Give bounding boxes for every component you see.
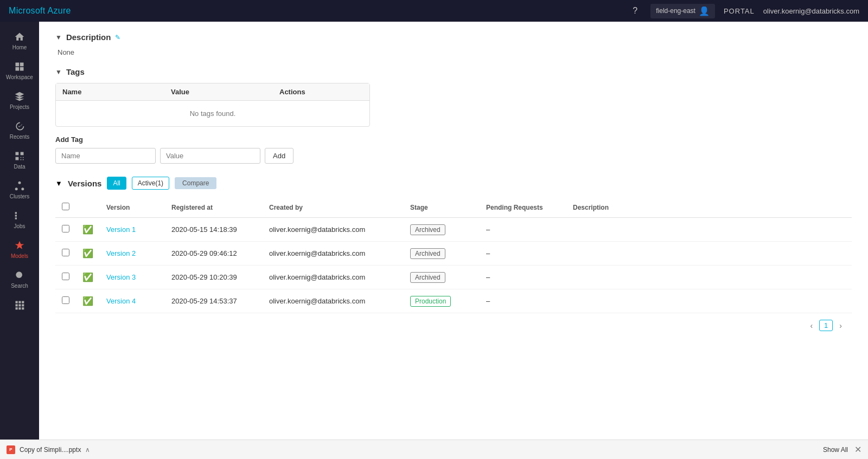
sidebar-item-label-data: Data [14, 164, 25, 170]
row-status-cell: ✅ [76, 242, 100, 266]
sidebar-item-label-models: Models [11, 253, 28, 259]
row-created-by-cell: oliver.koernig@databricks.com [263, 289, 404, 313]
description-edit-icon[interactable]: ✎ [115, 34, 120, 41]
version-link-1[interactable]: Version 2 [106, 249, 136, 257]
row-checkbox-0[interactable] [62, 225, 69, 232]
tags-collapse-arrow: ▼ [55, 68, 62, 76]
col-header-status [76, 197, 100, 218]
bottombar-close-button[interactable]: ✕ [854, 444, 861, 455]
row-pending-cell: – [480, 218, 566, 242]
row-registered-cell: 2020-05-29 14:53:37 [165, 289, 263, 313]
row-description-cell [566, 218, 852, 242]
tab-all-button[interactable]: All [107, 177, 126, 190]
stage-badge-2[interactable]: Archived [410, 272, 445, 283]
sidebar-item-search[interactable]: Search [0, 264, 39, 294]
row-stage-cell: Archived [404, 266, 480, 289]
tags-empty-message: No tags found. [56, 101, 369, 126]
pptx-icon: P [7, 445, 15, 454]
sidebar-item-jobs[interactable]: Jobs [0, 205, 39, 235]
row-created-by-cell: oliver.koernig@databricks.com [263, 242, 404, 266]
prev-page-button[interactable]: ‹ [807, 320, 816, 331]
status-check-icon: ✅ [82, 249, 93, 258]
description-collapse-arrow: ▼ [55, 34, 62, 41]
svg-point-3 [18, 182, 21, 184]
stage-badge-1[interactable]: Archived [410, 248, 445, 259]
row-checkbox-cell[interactable] [55, 218, 76, 242]
version-link-0[interactable]: Version 1 [106, 225, 136, 234]
svg-rect-14 [18, 304, 21, 306]
col-header-created-by: Created by [263, 197, 404, 218]
col-header-registered: Registered at [165, 197, 263, 218]
sidebar-item-label-jobs: Jobs [14, 223, 25, 229]
current-page[interactable]: 1 [819, 320, 833, 331]
compare-button[interactable]: Compare [175, 177, 216, 189]
row-pending-cell: – [480, 242, 566, 266]
tags-section-header[interactable]: ▼ Tags [55, 67, 852, 76]
col-header-description: Description [566, 197, 852, 218]
tab-active-button[interactable]: Active(1) [132, 177, 169, 190]
sidebar-item-label-home: Home [12, 44, 27, 50]
stage-badge-0[interactable]: Archived [410, 224, 445, 235]
topbar: Microsoft Azure ? field-eng-east 👤 PORTA… [0, 0, 868, 22]
bottombar: P Copy of Simpli....pptx ∧ Show All ✕ [0, 439, 868, 459]
sidebar-item-home[interactable]: Home [0, 26, 39, 56]
svg-rect-12 [22, 301, 24, 303]
svg-rect-8 [15, 217, 17, 219]
row-checkbox-1[interactable] [62, 249, 69, 256]
tags-col-actions: Actions [279, 88, 377, 96]
sidebar-item-apps[interactable] [0, 294, 39, 318]
table-row: ✅ Version 3 2020-05-29 10:20:39 oliver.k… [55, 266, 852, 289]
tag-name-input[interactable] [55, 148, 156, 164]
row-created-by-cell: oliver.koernig@databricks.com [263, 266, 404, 289]
help-icon[interactable]: ? [633, 6, 637, 16]
table-row: ✅ Version 4 2020-05-29 14:53:37 oliver.k… [55, 289, 852, 313]
row-checkbox-cell[interactable] [55, 242, 76, 266]
row-checkbox-cell[interactable] [55, 266, 76, 289]
svg-rect-18 [22, 307, 24, 309]
sidebar-item-workspace[interactable]: Workspace [0, 56, 39, 86]
sidebar-item-clusters[interactable]: Clusters [0, 175, 39, 205]
row-checkbox-2[interactable] [62, 273, 69, 280]
version-link-2[interactable]: Version 3 [106, 273, 136, 281]
svg-rect-15 [22, 304, 24, 306]
svg-rect-6 [15, 212, 17, 214]
sidebar-item-data[interactable]: Data [0, 145, 39, 175]
row-pending-cell: – [480, 266, 566, 289]
row-description-cell [566, 289, 852, 313]
svg-point-5 [21, 188, 24, 190]
portal-label: PORTAL [724, 7, 755, 15]
sidebar-item-label-search: Search [11, 283, 28, 289]
status-check-icon: ✅ [82, 296, 93, 306]
add-tag-label: Add Tag [55, 135, 852, 144]
sidebar-item-recents[interactable]: Recents [0, 115, 39, 145]
version-link-3[interactable]: Version 4 [106, 297, 136, 305]
row-status-cell: ✅ [76, 266, 100, 289]
sidebar-item-projects[interactable]: Projects [0, 86, 39, 115]
row-registered-cell: 2020-05-15 14:18:39 [165, 218, 263, 242]
versions-collapse-arrow[interactable]: ▼ [55, 179, 62, 188]
table-row: ✅ Version 1 2020-05-15 14:18:39 oliver.k… [55, 218, 852, 242]
svg-rect-0 [16, 152, 19, 156]
user-email: oliver.koernig@databricks.com [763, 7, 859, 15]
row-description-cell [566, 266, 852, 289]
row-version-cell: Version 2 [100, 242, 165, 266]
svg-rect-16 [16, 307, 18, 309]
row-created-by-cell: oliver.koernig@databricks.com [263, 218, 404, 242]
bottombar-right: Show All ✕ [823, 444, 861, 455]
add-tag-row: Add [55, 148, 852, 164]
tag-value-input[interactable] [160, 148, 260, 164]
sidebar-item-models[interactable]: Models [0, 235, 39, 264]
next-page-button[interactable]: › [836, 320, 845, 331]
select-all-checkbox[interactable] [62, 203, 69, 210]
description-section-header[interactable]: ▼ Description ✎ [55, 33, 852, 42]
svg-rect-11 [18, 301, 21, 303]
workspace-selector[interactable]: field-eng-east 👤 [650, 4, 715, 18]
row-checkbox-cell[interactable] [55, 289, 76, 313]
add-tag-button[interactable]: Add [265, 148, 293, 164]
show-all-button[interactable]: Show All [823, 446, 848, 454]
topbar-right: ? field-eng-east 👤 PORTAL oliver.koernig… [633, 4, 859, 18]
row-checkbox-3[interactable] [62, 296, 69, 304]
status-check-icon: ✅ [82, 273, 93, 282]
bottombar-chevron-icon[interactable]: ∧ [85, 446, 90, 454]
stage-badge-3[interactable]: Production [410, 296, 451, 307]
